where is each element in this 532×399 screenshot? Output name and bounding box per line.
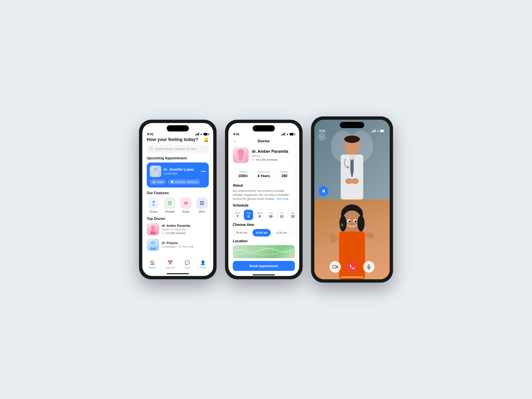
svg-point-49 (365, 231, 375, 240)
mic-button[interactable] (363, 261, 375, 273)
stat-patient: Patient 1000+ (233, 168, 253, 180)
phone-video-call: 9:41 ▲ (311, 117, 393, 282)
appointment-menu[interactable]: ••• (201, 169, 206, 174)
dynamic-island-2 (253, 125, 275, 132)
svg-point-46 (355, 221, 356, 222)
map-view[interactable] (233, 245, 295, 258)
time-1200[interactable]: 12:00 am (272, 229, 290, 236)
doctor-video: 9:41 ▲ (314, 120, 390, 200)
day-thu[interactable]: Thu 10 (266, 210, 275, 220)
svg-point-16 (151, 241, 155, 245)
search-icon (150, 147, 153, 151)
nav-chat[interactable]: 💬 Chat (185, 260, 190, 269)
days-row: Mon 7 Tue 8 Wed 9 Thu 10 (233, 210, 295, 220)
feature-more-label: More (199, 210, 205, 213)
doctor-detail-rating: ★ 4.9 (280 reviews) (252, 158, 288, 161)
time-1000[interactable]: 10:00 am (253, 229, 270, 236)
video-container: 9:41 ▲ (314, 120, 390, 279)
svg-point-50 (329, 233, 336, 240)
battery-icon-2 (290, 133, 294, 135)
feature-drugs-label: Drugs (182, 210, 189, 213)
svg-point-36 (351, 178, 359, 184)
appointment-card[interactable]: dr. Jennifer Lopez Cardiologist ••• 📅 To… (147, 163, 209, 188)
svg-point-42 (357, 215, 364, 231)
feature-more[interactable]: More (195, 197, 209, 213)
day-fri[interactable]: Fri 11 (277, 210, 286, 220)
back-button[interactable]: ← (233, 139, 237, 144)
notification-icon[interactable]: 🔔 (203, 137, 209, 142)
svg-point-45 (348, 221, 350, 222)
svg-point-19 (237, 149, 244, 156)
feature-doctor[interactable]: Doctor (147, 197, 161, 213)
day-tue[interactable]: Tue 8 (244, 210, 253, 220)
time-0200[interactable]: 02:... (292, 229, 295, 236)
time-section: Choose time 08:00 am 10:00 am 12:00 am 0… (228, 223, 299, 239)
camera-button[interactable] (329, 261, 341, 273)
svg-rect-10 (202, 201, 204, 203)
doctor-detail-header: ← Doctor (228, 137, 299, 145)
status-bar-1: 9:41 ▲ (142, 132, 213, 137)
feature-hospital[interactable]: Hospital (163, 197, 177, 213)
doctor-item-1[interactable]: dr. Amber Paramita Dental • 4 Years exp … (147, 223, 209, 235)
battery-icon-1 (203, 133, 208, 135)
svg-rect-11 (200, 203, 202, 205)
home-indicator-2 (253, 274, 275, 275)
book-appointment-button[interactable]: Book Appoinment (233, 261, 295, 271)
doctor-detail-name: dr. Amber Paramita (252, 149, 288, 154)
feature-drugs[interactable]: Drugs (179, 197, 193, 213)
wifi-icon-1: ▲ (200, 133, 203, 136)
call-controls (314, 261, 390, 273)
appointment-avatar (150, 165, 161, 177)
day-mon[interactable]: Mon 7 (233, 210, 242, 220)
nav-profile[interactable]: 👤 Profile (200, 260, 206, 269)
signal-icon-1 (195, 133, 199, 135)
doctor-profile: dr. Amber Paramita Dental ★ 4.9 (280 rev… (228, 145, 299, 165)
doctor-item-2[interactable]: dr. Priyono Cardiologist • 10 Years exp (147, 239, 209, 251)
back-button-video[interactable]: ← (318, 133, 326, 140)
rating-star: ★ (252, 158, 254, 161)
svg-rect-15 (152, 229, 154, 232)
status-bar-3: 9:41 ▲ (314, 128, 390, 133)
nav-schedule[interactable]: 📅 Schedule (165, 260, 175, 269)
patient-video-section (314, 200, 390, 279)
doctor-avatar-2 (147, 239, 159, 251)
about-text: drg. Ambercurrently, she practies at Sar… (233, 189, 295, 201)
choose-time-title: Choose time (233, 223, 295, 227)
schedule-title: Schedule (233, 203, 295, 208)
doctor-detail-specialty: Dental (252, 154, 288, 158)
pause-button[interactable] (319, 186, 329, 196)
chat-icon: 💬 (185, 260, 190, 265)
appointment-specialty: Cardiologist (164, 172, 199, 175)
time-0800[interactable]: 08:00 am (233, 229, 251, 236)
about-section: About drg. Ambercurrently, she practies … (228, 184, 299, 203)
signal-icon-3 (372, 129, 375, 132)
status-icons-3: ▲ (372, 129, 385, 132)
svg-rect-21 (239, 155, 243, 160)
appointment-doctor-name: dr. Jennifer Lopez (164, 168, 199, 171)
status-time-2: 9:41 (233, 132, 239, 136)
day-sat[interactable]: Sa 12 (288, 210, 295, 220)
nav-home[interactable]: 🏠 Home (149, 260, 156, 269)
schedule-section: Schedule Mon 7 Tue 8 Wed 9 Thu (228, 203, 299, 223)
features-grid: Doctor Hospital Drugs (147, 197, 209, 213)
svg-point-28 (344, 135, 360, 143)
hangup-button[interactable] (346, 261, 358, 273)
appointment-date-badge: 📅 Today (150, 179, 166, 184)
status-time-1: 9:41 (147, 132, 153, 136)
dynamic-island-3 (340, 122, 364, 128)
features-title: Our Features (147, 191, 209, 195)
location-title: Location (233, 239, 295, 243)
home-indicator-1 (167, 273, 189, 274)
top-doctor-title: Top Doctor (147, 217, 209, 221)
see-more-link[interactable]: See more (277, 197, 288, 200)
svg-point-3 (152, 201, 155, 203)
doctor-figure-video (331, 134, 373, 200)
svg-rect-2 (154, 171, 157, 174)
day-wed[interactable]: Wed 9 (255, 210, 264, 220)
page-title-1: How your feeling today? 🔔 (147, 137, 209, 142)
svg-rect-37 (323, 190, 323, 192)
svg-point-0 (154, 168, 158, 171)
about-title: About (233, 184, 295, 188)
svg-rect-18 (152, 245, 154, 248)
search-bar[interactable]: Search doctor, hospital, etc here (147, 145, 209, 153)
